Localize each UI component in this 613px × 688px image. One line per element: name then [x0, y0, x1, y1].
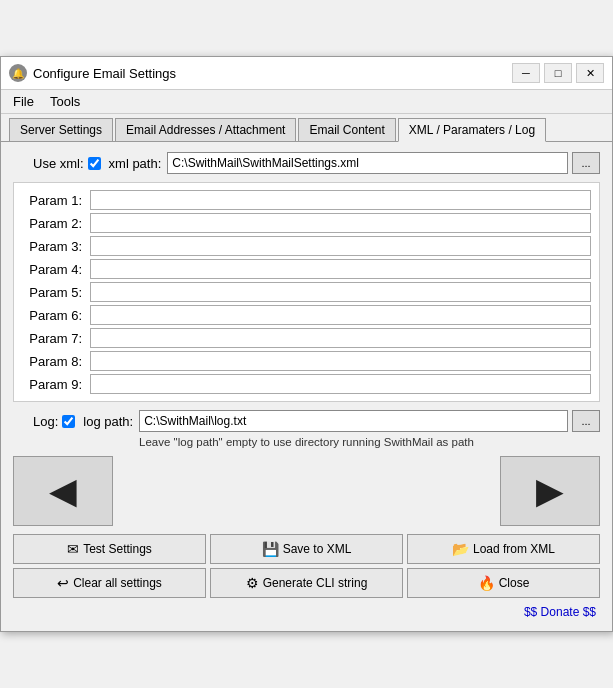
- donate-link[interactable]: $$ Donate $$: [524, 605, 596, 619]
- menu-file[interactable]: File: [5, 92, 42, 111]
- prev-icon: ◀: [49, 470, 77, 512]
- action-buttons-row1: ✉ Test Settings 💾 Save to XML 📂 Load fro…: [13, 534, 600, 564]
- title-bar-controls: ─ □ ✕: [512, 63, 604, 83]
- clear-all-icon: ↩: [57, 575, 69, 591]
- log-path-label: log path:: [83, 414, 133, 429]
- param-9-input[interactable]: [90, 374, 591, 394]
- load-xml-icon: 📂: [452, 541, 469, 557]
- tab-email-content[interactable]: Email Content: [298, 118, 395, 141]
- param-row-5: Param 5:: [22, 282, 591, 302]
- params-section: Param 1: Param 2: Param 3: Param 4: Para…: [13, 182, 600, 402]
- test-settings-button[interactable]: ✉ Test Settings: [13, 534, 206, 564]
- xml-path-input[interactable]: [167, 152, 568, 174]
- log-row: Log: log path: ...: [33, 410, 600, 432]
- main-window: 🔔 Configure Email Settings ─ □ ✕ File To…: [0, 56, 613, 632]
- param-2-label: Param 2:: [22, 216, 82, 231]
- log-checkbox[interactable]: [62, 415, 75, 428]
- save-to-xml-label: Save to XML: [283, 542, 352, 556]
- param-row-8: Param 8:: [22, 351, 591, 371]
- save-xml-icon: 💾: [262, 541, 279, 557]
- generate-cli-button[interactable]: ⚙ Generate CLI string: [210, 568, 403, 598]
- donate-row: $$ Donate $$: [13, 602, 600, 621]
- title-bar: 🔔 Configure Email Settings ─ □ ✕: [1, 57, 612, 90]
- next-button[interactable]: ▶: [500, 456, 600, 526]
- next-icon: ▶: [536, 470, 564, 512]
- window-title: Configure Email Settings: [33, 66, 512, 81]
- log-label: Log:: [33, 414, 58, 429]
- load-from-xml-button[interactable]: 📂 Load from XML: [407, 534, 600, 564]
- prev-button[interactable]: ◀: [13, 456, 113, 526]
- use-xml-label: Use xml:: [33, 156, 84, 171]
- menu-tools[interactable]: Tools: [42, 92, 88, 111]
- param-row-9: Param 9:: [22, 374, 591, 394]
- param-row-7: Param 7:: [22, 328, 591, 348]
- param-5-input[interactable]: [90, 282, 591, 302]
- xml-row: Use xml: xml path: ...: [33, 152, 600, 174]
- param-row-2: Param 2:: [22, 213, 591, 233]
- param-1-input[interactable]: [90, 190, 591, 210]
- clear-all-button[interactable]: ↩ Clear all settings: [13, 568, 206, 598]
- close-button[interactable]: 🔥 Close: [407, 568, 600, 598]
- param-4-label: Param 4:: [22, 262, 82, 277]
- param-8-input[interactable]: [90, 351, 591, 371]
- load-from-xml-label: Load from XML: [473, 542, 555, 556]
- generate-cli-icon: ⚙: [246, 575, 259, 591]
- test-settings-label: Test Settings: [83, 542, 152, 556]
- app-icon: 🔔: [9, 64, 27, 82]
- param-4-input[interactable]: [90, 259, 591, 279]
- save-to-xml-button[interactable]: 💾 Save to XML: [210, 534, 403, 564]
- minimize-button[interactable]: ─: [512, 63, 540, 83]
- nav-section: ◀ ▶: [13, 456, 600, 526]
- tab-bar: Server Settings Email Addresses / Attach…: [1, 114, 612, 142]
- clear-all-label: Clear all settings: [73, 576, 162, 590]
- param-8-label: Param 8:: [22, 354, 82, 369]
- menu-bar: File Tools: [1, 90, 612, 114]
- main-content: Use xml: xml path: ... Param 1: Param 2:…: [1, 142, 612, 631]
- param-7-input[interactable]: [90, 328, 591, 348]
- xml-path-label: xml path:: [109, 156, 162, 171]
- close-icon: 🔥: [478, 575, 495, 591]
- param-2-input[interactable]: [90, 213, 591, 233]
- param-9-label: Param 9:: [22, 377, 82, 392]
- param-7-label: Param 7:: [22, 331, 82, 346]
- param-row-1: Param 1:: [22, 190, 591, 210]
- maximize-button[interactable]: □: [544, 63, 572, 83]
- close-window-button[interactable]: ✕: [576, 63, 604, 83]
- tab-server-settings[interactable]: Server Settings: [9, 118, 113, 141]
- param-3-label: Param 3:: [22, 239, 82, 254]
- log-hint: Leave "log path" empty to use directory …: [13, 436, 600, 448]
- close-label: Close: [499, 576, 530, 590]
- param-row-3: Param 3:: [22, 236, 591, 256]
- param-1-label: Param 1:: [22, 193, 82, 208]
- generate-cli-label: Generate CLI string: [263, 576, 368, 590]
- param-row-6: Param 6:: [22, 305, 591, 325]
- xml-browse-button[interactable]: ...: [572, 152, 600, 174]
- action-buttons-row2: ↩ Clear all settings ⚙ Generate CLI stri…: [13, 568, 600, 598]
- test-settings-icon: ✉: [67, 541, 79, 557]
- tab-xml-parameters-log[interactable]: XML / Paramaters / Log: [398, 118, 546, 142]
- tab-email-addresses[interactable]: Email Addresses / Attachment: [115, 118, 296, 141]
- param-6-label: Param 6:: [22, 308, 82, 323]
- param-5-label: Param 5:: [22, 285, 82, 300]
- use-xml-checkbox[interactable]: [88, 157, 101, 170]
- log-path-input[interactable]: [139, 410, 568, 432]
- param-row-4: Param 4:: [22, 259, 591, 279]
- log-browse-button[interactable]: ...: [572, 410, 600, 432]
- param-3-input[interactable]: [90, 236, 591, 256]
- param-6-input[interactable]: [90, 305, 591, 325]
